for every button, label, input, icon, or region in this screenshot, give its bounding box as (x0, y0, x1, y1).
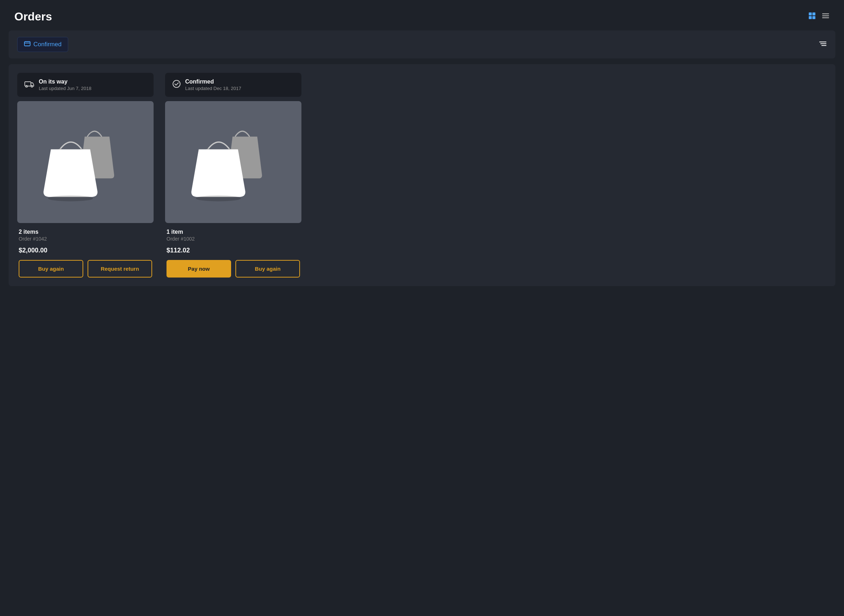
order-items-count-1: 2 items (19, 229, 152, 235)
order-image-1042[interactable] (17, 101, 154, 223)
svg-point-17 (31, 86, 33, 88)
truck-icon (24, 80, 34, 89)
order-status-bar-2: Confirmed Last updated Dec 18, 2017 (165, 73, 301, 97)
order-price-2: $112.02 (166, 247, 300, 254)
pay-now-button[interactable]: Pay now (166, 260, 231, 277)
order-image-1002[interactable] (165, 101, 301, 223)
buy-again-button[interactable]: Buy again (19, 260, 83, 277)
svg-point-21 (173, 80, 180, 88)
order-info-1042: 2 items Order #1042 $2,000.00 Buy again … (17, 229, 154, 277)
svg-point-7 (822, 13, 823, 14)
order-number-1: Order #1042 (19, 236, 152, 242)
order-status-text-2: Confirmed Last updated Dec 18, 2017 (185, 79, 241, 91)
svg-point-24 (196, 195, 241, 201)
svg-point-9 (822, 17, 823, 18)
order-price-1: $2,000.00 (19, 247, 152, 254)
order-actions-2: Pay now Buy again (166, 260, 300, 277)
svg-point-16 (26, 86, 28, 88)
svg-rect-15 (25, 82, 31, 86)
order-items-count-2: 1 item (166, 229, 300, 235)
filter-chip-label: Confirmed (33, 41, 61, 48)
orders-container: On its way Last updated Jun 7, 2018 (9, 64, 835, 286)
svg-rect-3 (812, 16, 815, 19)
svg-rect-1 (812, 13, 815, 15)
filter-bar: Confirmed (9, 31, 835, 59)
confirmed-filter-chip[interactable]: Confirmed (17, 37, 68, 52)
order-card-1002: Confirmed Last updated Dec 18, 2017 (165, 73, 301, 277)
order-status-title-1: On its way (39, 79, 91, 85)
order-status-subtitle-1: Last updated Jun 7, 2018 (39, 86, 91, 91)
list-view-icon[interactable] (822, 12, 830, 22)
order-status-title-2: Confirmed (185, 79, 241, 85)
request-return-button[interactable]: Request return (88, 260, 152, 277)
order-actions-1: Buy again Request return (19, 260, 152, 277)
svg-rect-0 (809, 13, 812, 15)
svg-rect-10 (24, 42, 30, 46)
svg-point-8 (822, 15, 823, 16)
grid-view-icon[interactable] (808, 12, 816, 22)
orders-grid: On its way Last updated Jun 7, 2018 (17, 73, 827, 277)
order-info-1002: 1 item Order #1002 $112.02 Pay now Buy a… (165, 229, 301, 277)
order-status-bar-1: On its way Last updated Jun 7, 2018 (17, 73, 154, 97)
page-header: Orders (0, 0, 844, 31)
buy-again-button-2[interactable]: Buy again (235, 260, 300, 277)
filter-chip-icon (24, 41, 31, 48)
order-card-1042: On its way Last updated Jun 7, 2018 (17, 73, 154, 277)
check-circle-icon (172, 79, 181, 90)
view-toggle-group (808, 12, 830, 22)
order-status-subtitle-2: Last updated Dec 18, 2017 (185, 86, 241, 91)
sort-icon[interactable] (819, 41, 827, 49)
page-title: Orders (14, 10, 52, 23)
order-status-text-1: On its way Last updated Jun 7, 2018 (39, 79, 91, 91)
svg-rect-2 (809, 16, 812, 19)
svg-point-20 (48, 195, 93, 201)
order-number-2: Order #1002 (166, 236, 300, 242)
